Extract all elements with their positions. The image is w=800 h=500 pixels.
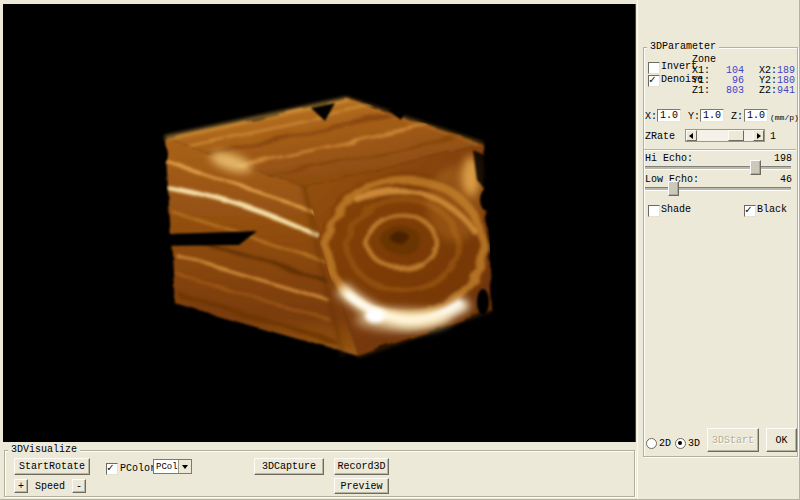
scale-y-label: Y: (688, 111, 700, 122)
pcolor-label: PColor (120, 463, 156, 474)
scale-y-input[interactable] (700, 109, 724, 122)
zrate-scroll-right-icon[interactable] (753, 130, 764, 141)
parameter-group: 3DParameter Invert Denoise Zone X1: 104 … (643, 47, 798, 457)
zrate-label: ZRate (645, 131, 675, 142)
black-label: Black (757, 204, 787, 215)
preview-button[interactable]: Preview (334, 478, 389, 494)
zone-z1-label: Z1: (692, 85, 710, 96)
zone-title: Zone (692, 54, 716, 65)
record3d-button[interactable]: Record3D (334, 458, 389, 475)
zone-z1-value: 803 (714, 85, 744, 96)
render-viewport[interactable] (3, 4, 636, 442)
zrate-scrollbar[interactable] (685, 129, 765, 142)
speed-label: Speed (35, 481, 65, 492)
zrate-scroll-left-icon[interactable] (686, 130, 697, 141)
speed-minus-button[interactable]: - (72, 479, 86, 493)
visualize-group-title: 3DVisualize (8, 444, 80, 456)
radio-2d-label: 2D (659, 438, 671, 449)
parameter-panel: 3DParameter Invert Denoise Zone X1: 104 … (637, 0, 800, 500)
pcolor-checkbox[interactable] (106, 463, 118, 475)
shade-label: Shade (661, 204, 691, 215)
start-rotate-button[interactable]: StartRotate (14, 458, 90, 475)
divider (644, 149, 796, 151)
radio-2d[interactable] (646, 438, 657, 449)
radio-3d[interactable] (675, 438, 686, 449)
denoise-checkbox[interactable] (648, 75, 660, 87)
radio-3d-label: 3D (688, 438, 700, 449)
app-window: 3DParameter Invert Denoise Zone X1: 104 … (0, 0, 800, 500)
ultrasound-3d-volume (3, 4, 635, 442)
hi-echo-slider-thumb[interactable] (750, 160, 761, 175)
visualize-group: 3DVisualize StartRotate + Speed - PColor… (4, 450, 635, 497)
zrate-value: 1 (770, 131, 776, 142)
scale-z-label: Z: (731, 111, 743, 122)
hi-echo-label: Hi Echo: (645, 153, 693, 164)
scale-x-label: X: (645, 111, 657, 122)
pcolor-combobox-value: PColor (154, 461, 178, 473)
hi-echo-value: 198 (762, 153, 792, 164)
low-echo-slider-track[interactable] (645, 187, 791, 191)
hi-echo-slider-track[interactable] (645, 166, 791, 170)
parameter-group-title: 3DParameter (647, 41, 719, 53)
scale-x-input[interactable] (657, 109, 681, 122)
low-echo-slider-thumb[interactable] (668, 181, 679, 196)
speed-plus-button[interactable]: + (14, 479, 28, 493)
ok-button[interactable]: OK (766, 428, 797, 452)
shade-checkbox[interactable] (648, 205, 660, 217)
zrate-scroll-thumb[interactable] (728, 130, 744, 141)
pcolor-combobox[interactable]: PColor (153, 459, 192, 474)
chevron-down-icon[interactable] (178, 460, 191, 473)
scale-z-input[interactable] (744, 109, 768, 122)
black-checkbox[interactable] (744, 205, 756, 217)
start3d-button: 3DStart (707, 428, 759, 452)
low-echo-value: 46 (762, 174, 792, 185)
capture3d-button[interactable]: 3DCapture (254, 458, 324, 475)
scale-unit-label: (mm/p) (770, 112, 799, 123)
zone-z2-value: 941 (765, 85, 795, 96)
